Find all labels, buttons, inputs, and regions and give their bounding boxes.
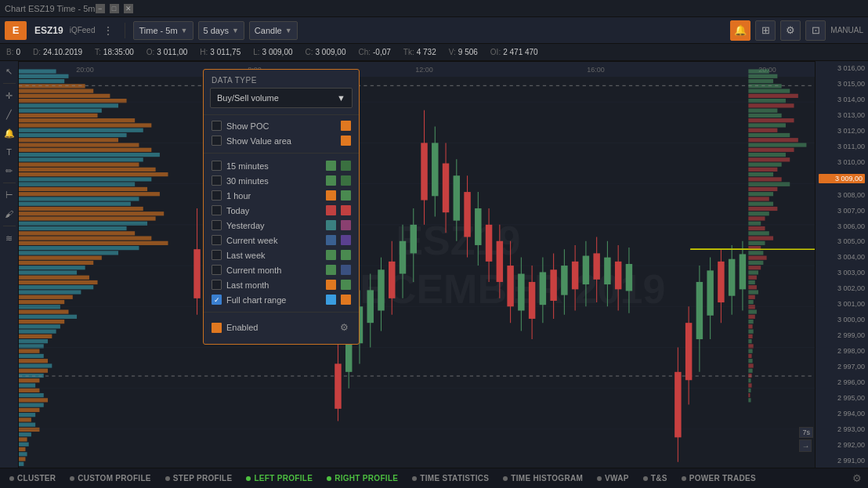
show-value-area-checkbox[interactable] <box>212 136 222 146</box>
period-15min-checkbox[interactable] <box>212 161 222 171</box>
period-15min-color1[interactable] <box>326 161 336 171</box>
tab-time-statistics[interactable]: TIME STATISTICS <box>406 470 495 487</box>
period-15min-color2[interactable] <box>341 161 351 171</box>
svg-rect-204 <box>529 282 535 319</box>
period-last-month-color2[interactable] <box>341 280 351 290</box>
tab-left-profile-label: LEFT PROFILE <box>254 474 313 483</box>
period-row-last-week[interactable]: Last week <box>204 248 359 262</box>
tab-power-trades[interactable]: POWER TRADES <box>675 470 762 487</box>
settings-button[interactable]: ⚙ <box>780 20 801 41</box>
maximize-button[interactable]: □ <box>110 4 119 13</box>
period-full-range-color2[interactable] <box>341 295 351 305</box>
time-label-1: 20:00 <box>76 66 94 74</box>
period-current-month-color2[interactable] <box>341 265 351 275</box>
tab-ts[interactable]: T&S <box>637 470 674 487</box>
range-arrow-icon: ▼ <box>232 27 239 34</box>
range-select[interactable]: 5 days ▼ <box>198 21 244 40</box>
templates-button[interactable]: ⊞ <box>755 20 776 41</box>
enabled-color[interactable] <box>212 323 222 333</box>
period-current-week-color2[interactable] <box>341 235 351 245</box>
period-row-15min[interactable]: 15 minutes <box>204 158 359 173</box>
period-30min-color2[interactable] <box>341 175 351 186</box>
period-full-range-checkbox[interactable]: ✓ <box>212 295 222 305</box>
alert-tool[interactable]: 🔔 <box>2 126 16 140</box>
svg-rect-71 <box>19 418 31 421</box>
tab-vwap-dot <box>597 476 602 481</box>
pencil-tool[interactable]: ✏ <box>2 164 16 178</box>
period-row-full-range[interactable]: ✓ Full chart range <box>204 292 359 307</box>
period-1hour-color1[interactable] <box>326 190 336 201</box>
period-today-color2[interactable] <box>341 205 351 215</box>
tab-settings-button[interactable]: ⚙ <box>849 471 865 486</box>
period-current-week-checkbox[interactable] <box>212 235 222 245</box>
period-today-checkbox[interactable] <box>212 205 222 215</box>
chart-type-select[interactable]: Candle ▼ <box>249 21 298 40</box>
period-row-30min[interactable]: 30 minutes <box>204 173 359 188</box>
line-tool[interactable]: ╱ <box>2 107 16 121</box>
fullscreen-button[interactable]: ⊡ <box>805 20 826 41</box>
close-button[interactable]: ✕ <box>124 4 133 13</box>
alerts-button[interactable]: 🔔 <box>730 20 750 41</box>
period-row-today[interactable]: Today <box>204 203 359 218</box>
period-row-current-week[interactable]: Current week <box>204 233 359 248</box>
period-row-1hour[interactable]: 1 hour <box>204 188 359 203</box>
period-full-range-color1[interactable] <box>326 295 336 305</box>
period-last-month-color1[interactable] <box>326 280 336 290</box>
symbol-menu-button[interactable]: ⋮ <box>99 24 117 37</box>
tab-vwap[interactable]: VWAP <box>591 470 635 487</box>
tab-time-histogram[interactable]: TIME HISTOGRAM <box>497 470 589 487</box>
period-last-week-checkbox[interactable] <box>212 250 222 260</box>
period-row-yesterday[interactable]: Yesterday <box>204 218 359 233</box>
stat-o: O: 3 011,00 <box>146 48 188 56</box>
period-current-week-color1[interactable] <box>326 235 336 245</box>
period-1hour-color2[interactable] <box>341 190 351 201</box>
settings-gear-icon[interactable]: ⚙ <box>337 320 351 334</box>
measure-tool[interactable]: ⊢ <box>2 188 16 202</box>
period-today-color1[interactable] <box>326 205 336 215</box>
period-last-week-color1[interactable] <box>326 250 336 260</box>
data-type-select[interactable]: Buy/Sell volume ▼ <box>210 88 353 108</box>
period-last-week-color2[interactable] <box>341 250 351 260</box>
show-poc-color[interactable] <box>341 121 351 131</box>
period-current-month-checkbox[interactable] <box>212 265 222 275</box>
period-30min-color1[interactable] <box>326 175 336 186</box>
period-1hour-checkbox[interactable] <box>212 190 222 201</box>
period-row-last-month[interactable]: Last month <box>204 277 359 292</box>
tab-custom-profile[interactable]: CUSTOM PROFILE <box>63 470 157 487</box>
svg-rect-59 <box>19 359 48 363</box>
chart-area[interactable]: ESZ19 500 DECEMBER 2019 <box>19 61 815 468</box>
period-last-month-checkbox[interactable] <box>212 280 222 290</box>
tab-left-profile[interactable]: LEFT PROFILE <box>240 470 319 487</box>
period-yesterday-checkbox[interactable] <box>212 220 222 230</box>
tab-step-profile[interactable]: STEP PROFILE <box>159 470 239 487</box>
indicator-tool[interactable]: ≋ <box>2 231 16 245</box>
show-value-area-color[interactable] <box>341 136 351 146</box>
crosshair-tool[interactable]: ✛ <box>2 89 16 103</box>
tab-step-profile-dot <box>165 476 170 481</box>
tool-separator <box>3 83 16 84</box>
price-3013: 3 013,00 <box>819 111 865 119</box>
scroll-right-button[interactable]: → <box>799 439 812 452</box>
tab-right-profile[interactable]: RIGHT PROFILE <box>320 470 404 487</box>
period-current-month-color1[interactable] <box>326 265 336 275</box>
period-row-current-month[interactable]: Current month <box>204 262 359 277</box>
tab-ts-dot <box>643 476 648 481</box>
period-yesterday-color2[interactable] <box>341 220 351 230</box>
minimize-button[interactable]: − <box>96 4 105 13</box>
tab-cluster[interactable]: CLUSTER <box>3 470 62 487</box>
svg-rect-212 <box>572 262 578 290</box>
period-yesterday-color1[interactable] <box>326 220 336 230</box>
show-poc-row[interactable]: Show POC <box>204 118 359 133</box>
period-30min-checkbox[interactable] <box>212 175 222 186</box>
svg-rect-230 <box>707 270 713 315</box>
show-poc-checkbox[interactable] <box>212 121 222 131</box>
brush-tool[interactable]: 🖌 <box>2 207 16 221</box>
text-tool[interactable]: T <box>2 145 16 159</box>
show-value-area-row[interactable]: Show Value area <box>204 133 359 148</box>
timeframe-select[interactable]: Time - 5m ▼ <box>133 21 193 40</box>
svg-rect-168 <box>335 363 341 408</box>
price-2995: 2 995,00 <box>819 394 865 402</box>
cursor-tool[interactable]: ↖ <box>2 64 16 78</box>
svg-rect-30 <box>19 216 156 220</box>
svg-rect-95 <box>748 138 798 142</box>
